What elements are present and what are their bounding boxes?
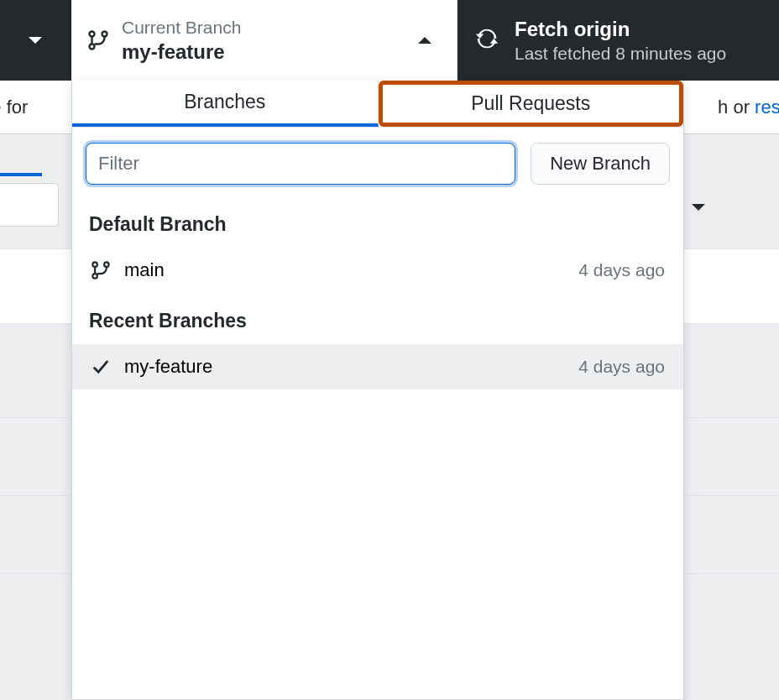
current-branch-name: my-feature [122,39,241,65]
branch-time: 4 days ago [578,357,665,377]
fetch-title: Fetch origin [515,16,726,42]
tab-pull-requests[interactable]: Pull Requests [379,81,684,127]
current-branch-button[interactable]: Current Branch my-feature [71,0,457,81]
svg-point-2 [90,44,95,50]
git-branch-icon [88,28,108,53]
sync-icon [474,26,499,55]
fetch-subtitle: Last fetched 8 minutes ago [515,42,726,65]
svg-point-3 [92,262,97,267]
current-branch-label: Current Branch [122,16,241,39]
background-box-fragment [0,183,59,227]
branch-name: main [124,259,165,281]
fetch-labels: Fetch origin Last fetched 8 minutes ago [515,16,726,65]
branch-dropdown: Branches Pull Requests New Branch Defaul… [71,81,684,700]
svg-point-4 [104,262,109,267]
chevron-down-icon [29,37,42,44]
bg-text-right: h or resta [718,97,779,118]
new-branch-button[interactable]: New Branch [531,143,670,185]
branch-time: 4 days ago [578,260,665,280]
background-active-tab-fragment [0,134,42,176]
branch-row-main[interactable]: main 4 days ago [72,248,683,293]
git-branch-icon [91,260,111,280]
repo-dropdown-toggle[interactable] [0,0,71,81]
section-default-branch: Default Branch [72,196,683,248]
toolbar: Current Branch my-feature Fetch origin L… [0,0,779,81]
branch-labels: Current Branch my-feature [122,16,241,65]
svg-point-5 [92,274,97,279]
bg-link[interactable]: resta [755,97,779,118]
dropdown-tabs: Branches Pull Requests [72,81,683,128]
fetch-origin-button[interactable]: Fetch origin Last fetched 8 minutes ago [457,0,779,81]
branch-name: my-feature [124,356,212,378]
svg-point-1 [102,32,107,37]
check-icon [91,358,111,376]
chevron-up-icon [418,37,431,44]
bg-text-left: able for [0,97,28,118]
tab-branches[interactable]: Branches [72,81,379,127]
chevron-down-icon[interactable] [692,204,705,211]
filter-input[interactable] [86,143,515,185]
filter-row: New Branch [72,128,683,196]
svg-point-0 [90,32,95,37]
section-recent-branches: Recent Branches [72,293,683,344]
branch-row-my-feature[interactable]: my-feature 4 days ago [72,344,683,389]
